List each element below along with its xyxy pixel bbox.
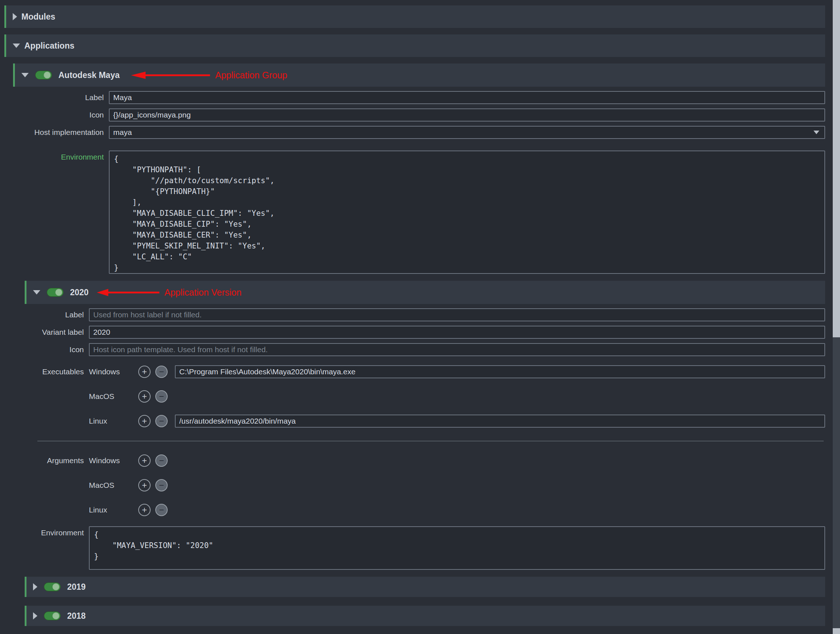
executables-macos-row: MacOS + − xyxy=(4,390,825,403)
group-header-autodesk-maya[interactable]: Autodesk Maya Application Group xyxy=(13,63,825,87)
linux-label: Linux xyxy=(89,415,122,427)
annotation-text: Application Version xyxy=(164,287,242,298)
arguments-windows-row: Arguments Windows + − xyxy=(4,454,825,467)
remove-button[interactable]: − xyxy=(155,504,167,516)
executable-linux-input[interactable] xyxy=(175,415,825,427)
section-applications-label: Applications xyxy=(24,41,74,51)
form-row-environment: Environment { "MAYA_VERSION": "2020" } xyxy=(4,526,825,570)
host-implementation-value: maya xyxy=(113,128,132,137)
annotation-application-version: Application Version xyxy=(96,287,242,298)
remove-button[interactable]: − xyxy=(155,454,167,467)
collapse-down-icon[interactable] xyxy=(21,73,28,77)
add-button[interactable]: + xyxy=(138,504,151,516)
host-implementation-select[interactable]: maya xyxy=(109,126,825,139)
red-arrow-icon xyxy=(96,288,160,297)
arguments-macos-row: MacOS + − xyxy=(4,479,825,492)
maya-label-input[interactable] xyxy=(109,91,825,104)
toggle-knob xyxy=(44,71,51,79)
host-field-label: Host implementation xyxy=(4,126,109,139)
version-header-2019[interactable]: 2019 xyxy=(25,577,825,597)
environment-field-label: Environment xyxy=(4,150,109,164)
chevron-down-icon xyxy=(813,131,819,134)
form-row-host: Host implementation maya xyxy=(4,126,825,139)
arguments-linux-row: Linux + − xyxy=(4,503,825,516)
macos-label: MacOS xyxy=(89,390,122,403)
settings-panel: Modules Applications Autodesk Maya Appli… xyxy=(4,5,825,626)
version-environment-textarea[interactable]: { "MAYA_VERSION": "2020" } xyxy=(89,526,825,570)
remove-button[interactable]: − xyxy=(155,366,167,378)
version-2020-toggle[interactable] xyxy=(47,288,63,296)
toggle-knob xyxy=(55,289,62,296)
executables-linux-row: Linux + − xyxy=(4,415,825,427)
section-header-modules[interactable]: Modules xyxy=(4,5,825,28)
version-2019-title: 2019 xyxy=(67,582,85,592)
vertical-scrollbar[interactable] xyxy=(833,0,840,634)
annotation-application-group: Application Group xyxy=(130,70,287,80)
arguments-label: Arguments xyxy=(4,454,89,467)
collapse-down-icon[interactable] xyxy=(33,290,40,295)
linux-label: Linux xyxy=(89,503,122,516)
maya-enabled-toggle[interactable] xyxy=(35,71,52,79)
icon-field-label: Icon xyxy=(4,343,89,356)
toggle-knob xyxy=(52,583,60,590)
version-header-2020[interactable]: 2020 Application Version xyxy=(25,281,825,304)
version-2020-title: 2020 xyxy=(70,288,88,297)
version-2019-toggle[interactable] xyxy=(44,582,61,591)
add-button[interactable]: + xyxy=(138,390,151,402)
add-button[interactable]: + xyxy=(138,366,151,378)
remove-button[interactable]: − xyxy=(155,415,167,427)
scrollbar-corner xyxy=(833,628,840,634)
variant-label-input[interactable] xyxy=(89,326,825,339)
collapse-down-icon[interactable] xyxy=(13,44,20,48)
form-row-label: Label xyxy=(4,308,825,321)
form-row-icon: Icon xyxy=(4,109,825,121)
version-header-2018[interactable]: 2018 xyxy=(25,606,825,626)
collapse-right-icon[interactable] xyxy=(33,583,37,590)
annotation-text: Application Group xyxy=(215,70,287,80)
form-row-label: Label xyxy=(4,91,825,104)
version-2018-toggle[interactable] xyxy=(44,612,61,620)
toggle-knob xyxy=(52,612,60,620)
executable-windows-input[interactable] xyxy=(175,365,825,378)
label-field-label: Label xyxy=(4,308,89,321)
remove-button[interactable]: − xyxy=(155,479,167,492)
windows-label: Windows xyxy=(89,454,122,467)
variant-field-label: Variant label xyxy=(4,326,89,339)
add-button[interactable]: + xyxy=(138,454,151,467)
collapse-right-icon[interactable] xyxy=(33,612,37,620)
icon-field-label: Icon xyxy=(4,109,109,121)
form-row-variant-label: Variant label xyxy=(4,326,825,339)
macos-label: MacOS xyxy=(89,479,122,492)
remove-button[interactable]: − xyxy=(155,390,167,402)
section-header-applications[interactable]: Applications xyxy=(4,35,825,57)
form-row-environment: Environment { "PYTHONPATH": [ "//path/to… xyxy=(4,150,825,274)
executables-windows-row: Executables Windows + − xyxy=(4,365,825,378)
version-icon-input[interactable] xyxy=(89,343,825,356)
executables-label: Executables xyxy=(4,365,89,378)
version-2020-body: Label Variant label Icon Executables Win… xyxy=(4,308,825,570)
red-arrow-icon xyxy=(130,70,211,80)
label-field-label: Label xyxy=(4,91,109,104)
section-modules-label: Modules xyxy=(21,12,55,22)
add-button[interactable]: + xyxy=(138,415,151,427)
maya-icon-input[interactable] xyxy=(109,109,825,121)
version-2018-title: 2018 xyxy=(67,611,85,621)
version-label-input[interactable] xyxy=(89,308,825,321)
environment-field-label: Environment xyxy=(4,526,89,539)
section-divider xyxy=(37,441,824,442)
windows-label: Windows xyxy=(89,365,122,378)
add-button[interactable]: + xyxy=(138,479,151,492)
maya-environment-textarea[interactable]: { "PYTHONPATH": [ "//path/to/custom/scri… xyxy=(109,150,825,274)
form-row-icon: Icon xyxy=(4,343,825,356)
scrollbar-thumb[interactable] xyxy=(833,0,840,338)
collapse-right-icon[interactable] xyxy=(13,13,17,21)
maya-group-title: Autodesk Maya xyxy=(58,70,120,80)
maya-group-body: Label Icon Host implementation maya Envi… xyxy=(4,91,825,274)
